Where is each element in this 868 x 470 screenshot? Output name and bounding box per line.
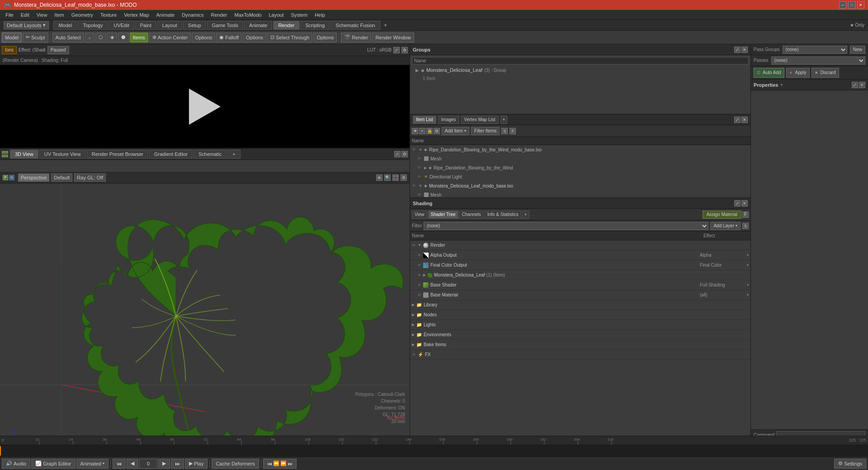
shade-row-nodes[interactable]: ▶ 📁 Nodes xyxy=(410,310,750,320)
tab-paint[interactable]: Paint xyxy=(135,21,156,30)
tab-animate[interactable]: Animate xyxy=(244,21,272,30)
tab-info-statistics[interactable]: Info & Statistics xyxy=(485,211,521,219)
shade-row-render[interactable]: 👁 ▼ Render xyxy=(410,240,750,250)
tab-gametools[interactable]: Game Tools xyxy=(207,21,244,30)
tab-topology[interactable]: Topology xyxy=(78,21,108,30)
tab-setup[interactable]: Setup xyxy=(183,21,206,30)
add-item-btn[interactable]: Add Item ▾ xyxy=(442,127,469,135)
tab-model[interactable]: Model xyxy=(53,21,77,30)
plus-btn[interactable]: + xyxy=(780,82,783,88)
shade-row-base-material[interactable]: 👁 Base Material (all) ▾ xyxy=(410,290,750,300)
render-settings-btn[interactable]: ⚙ xyxy=(401,47,408,53)
menu-edit[interactable]: Edit xyxy=(17,11,33,19)
passes-select[interactable]: (none) xyxy=(771,56,865,65)
itemlist-settings-btn[interactable]: ✕ xyxy=(741,117,748,123)
transform-btn-4[interactable]: ⬣ xyxy=(118,33,129,42)
menu-layout[interactable]: Layout xyxy=(265,11,287,19)
menu-animate[interactable]: Animate xyxy=(153,11,178,19)
tab-3dview[interactable]: 3D View xyxy=(10,150,38,159)
menu-system[interactable]: System xyxy=(287,11,311,19)
tab-render[interactable]: Render xyxy=(273,21,299,30)
item-lock-btn[interactable]: 🔒 xyxy=(426,128,433,134)
menu-help[interactable]: Help xyxy=(311,11,329,19)
viewport-zoom-btn[interactable]: 🔍 xyxy=(384,174,391,181)
prop-settings-btn[interactable]: ✕ xyxy=(859,82,865,88)
filter-items-btn[interactable]: Filter Items xyxy=(471,127,500,135)
list-item[interactable]: 👁 ▶ ◈ Ripe_Dandelion_Blowing_by_the_Wind xyxy=(410,163,750,172)
scheme-btn[interactable]: Default xyxy=(51,174,72,182)
add-layer-btn[interactable]: Add Layer ▾ xyxy=(710,222,741,230)
render-expand-btn[interactable]: ⤢ xyxy=(393,47,400,53)
group-item[interactable]: ▶ ◆ Monstera_Deliciosa_Leaf (3) : Group xyxy=(412,66,749,75)
transport-icon-3[interactable]: ⏩ xyxy=(280,461,287,466)
itemlist-expand-btn[interactable]: ⤢ xyxy=(734,117,741,123)
add-viewport-tab-btn[interactable]: + xyxy=(227,150,240,159)
item-eye-btn[interactable]: 👁 xyxy=(412,128,418,134)
menu-file[interactable]: File xyxy=(2,11,17,19)
groups-settings-btn[interactable]: ✕ xyxy=(741,47,748,53)
add-layer-s-btn[interactable]: S xyxy=(742,223,749,229)
tab-shader-tree[interactable]: Shader Tree xyxy=(428,211,458,219)
shade-row-fx[interactable]: 👁 ⚡ FX xyxy=(410,350,750,360)
base-shader-dropdown[interactable]: ▾ xyxy=(747,283,749,287)
prop-expand-btn[interactable]: ⤢ xyxy=(852,82,858,88)
discard-btn[interactable]: ✕ Discard xyxy=(811,68,839,78)
viewport-options-btn[interactable]: ⚙ xyxy=(401,174,407,181)
tab-images[interactable]: Images xyxy=(438,116,459,124)
shade-row-color[interactable]: 👁 Final Color Output Final Color ▾ xyxy=(410,260,750,270)
shade-row-bake[interactable]: ▶ 📁 Bake Items xyxy=(410,340,750,350)
tab-item-list[interactable]: Item List xyxy=(413,116,436,124)
effect-dropdown2[interactable]: ▾ xyxy=(747,263,749,267)
transport-prev-btn[interactable]: ◀ xyxy=(127,459,138,469)
base-material-dropdown[interactable]: ▾ xyxy=(747,293,749,297)
render-btn[interactable]: 🎬 Render xyxy=(341,33,371,42)
shade-row-leaf[interactable]: 👁 ▶ Monstera_Deliciosa_Leaf (1) (Item) xyxy=(410,270,750,280)
ions-btn[interactable]: Ions xyxy=(2,46,17,54)
tab-uv-texture[interactable]: UV Texture View xyxy=(39,150,86,159)
ray-gl-btn[interactable]: Ray GL: Off xyxy=(74,174,106,182)
shade-row-environments[interactable]: ▶ 📁 Environments xyxy=(410,330,750,340)
transform-btn-2[interactable]: ⬡ xyxy=(95,33,106,42)
s-filter-btn[interactable]: S xyxy=(501,128,508,134)
transport-icon-1[interactable]: ⏮ xyxy=(267,461,272,466)
shading-settings-btn[interactable]: ✕ xyxy=(741,200,748,207)
tab-scripting[interactable]: Scripting xyxy=(301,21,330,30)
transform-btn-1[interactable]: ⬦ xyxy=(85,33,94,42)
item-add-btn[interactable]: + xyxy=(419,128,425,134)
sculpt-mode-btn[interactable]: ✏ Sculpt xyxy=(23,33,48,42)
options-btn-2[interactable]: Options xyxy=(243,33,266,42)
assign-material-btn[interactable]: Assign Material xyxy=(703,211,741,219)
tab-vertex-map[interactable]: Vertex Map List xyxy=(461,116,499,124)
menu-dynamics[interactable]: Dynamics xyxy=(178,11,207,19)
menu-geometry[interactable]: Geometry xyxy=(68,11,97,19)
apply-btn[interactable]: ✓ Apply xyxy=(786,68,810,78)
cache-deformers-btn[interactable]: Cache Deformers xyxy=(212,459,259,469)
filter-select[interactable]: (none) xyxy=(424,222,708,230)
animated-btn[interactable]: Animated ▾ xyxy=(76,459,108,469)
tab-schematic[interactable]: Schematic xyxy=(193,150,226,159)
transport-icon-2[interactable]: ⏪ xyxy=(273,461,279,466)
list-item[interactable]: 👁 ▼ ◆ Ripe_Dandelion_Blowing_by_the_Wind… xyxy=(410,145,750,154)
tab-schematic-fusion[interactable]: Schematic Fusion xyxy=(330,21,380,30)
action-center-btn[interactable]: ⊕ Action Center xyxy=(149,33,191,42)
menu-vertex-map[interactable]: Vertex Map xyxy=(120,11,153,19)
minimize-btn[interactable]: ─ xyxy=(839,1,846,9)
close-btn[interactable]: ✕ xyxy=(857,1,864,9)
options-btn-3[interactable]: Options xyxy=(313,33,337,42)
titlebar-controls[interactable]: ─ □ ✕ xyxy=(839,1,864,9)
audio-btn[interactable]: 🔊 Audio xyxy=(2,459,30,469)
tab-uvedit[interactable]: UVEdit xyxy=(108,21,134,30)
transport-icon-4[interactable]: ⏭ xyxy=(288,461,292,466)
timeline-cursor[interactable] xyxy=(0,446,1,456)
menu-view[interactable]: View xyxy=(33,11,51,19)
menu-item[interactable]: Item xyxy=(51,11,67,19)
groups-expand-btn[interactable]: ⤢ xyxy=(734,47,741,53)
transform-btn-3[interactable]: ◈ xyxy=(107,33,117,42)
render-window-btn[interactable]: Render Window xyxy=(372,33,414,42)
tab-render-preset[interactable]: Render Preset Browser xyxy=(87,150,148,159)
tab-channels[interactable]: Channels xyxy=(459,211,484,219)
menu-render[interactable]: Render xyxy=(207,11,231,19)
f-filter-btn[interactable]: F xyxy=(509,128,516,134)
shade-row-alpha[interactable]: 👁 Alpha Output Alpha ▾ xyxy=(410,250,750,260)
layout-dropdown[interactable]: Default Layouts ▾ xyxy=(4,21,49,29)
